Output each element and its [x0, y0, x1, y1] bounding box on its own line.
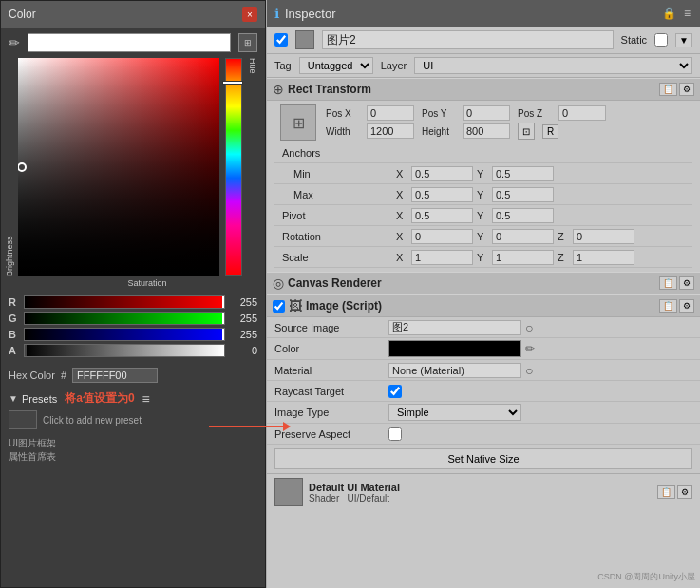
- width-input[interactable]: [367, 123, 414, 139]
- raycast-checkbox[interactable]: [388, 385, 402, 398]
- native-size-button[interactable]: Set Native Size: [274, 448, 692, 469]
- posz-input[interactable]: [558, 105, 606, 121]
- image-paste-btn[interactable]: 📋: [659, 299, 677, 313]
- anchor-min-y-input[interactable]: [492, 166, 554, 181]
- pos-row: ⊞ Pos X Pos Y Pos Z: [274, 104, 692, 141]
- image-script-header: 🖼 Image (Script) 📋 ⚙: [267, 294, 700, 317]
- anchor-icon[interactable]: ⊞: [280, 104, 316, 141]
- posy-input[interactable]: [463, 105, 510, 121]
- scale-x-input[interactable]: [411, 250, 473, 265]
- material-paste-btn[interactable]: 📋: [657, 485, 675, 499]
- rect-gear-btn[interactable]: ⚙: [679, 83, 694, 96]
- image-type-value: Simple: [388, 404, 692, 421]
- image-type-select[interactable]: Simple: [388, 404, 521, 421]
- presets-triangle-icon: ▼: [9, 393, 18, 404]
- material-input[interactable]: [388, 363, 521, 378]
- raycast-label: Raycast Target: [274, 386, 388, 397]
- source-image-input[interactable]: [388, 320, 521, 335]
- b-channel-row: B 255: [9, 328, 257, 341]
- scale-row: Scale X Y Z: [274, 247, 692, 268]
- material-label: Material: [274, 365, 388, 376]
- material-circle-btn[interactable]: ○: [525, 363, 533, 378]
- posz-label: Pos Z: [518, 108, 556, 119]
- color-panel-header: Color ×: [1, 1, 265, 28]
- inspector-title-row: ℹ Inspector: [274, 6, 335, 21]
- anchor-max-x-input[interactable]: [411, 187, 473, 202]
- scale-y-input[interactable]: [492, 250, 554, 265]
- layer-select[interactable]: UI: [414, 57, 692, 74]
- posx-group: Pos X: [326, 105, 414, 121]
- rotation-value: X Y Z: [396, 229, 685, 244]
- preserve-aspect-checkbox[interactable]: [388, 427, 402, 441]
- static-checkbox[interactable]: [654, 33, 668, 47]
- anchor-max-y-input[interactable]: [492, 187, 554, 202]
- image-gear-btn[interactable]: ⚙: [679, 299, 694, 313]
- posx-input[interactable]: [367, 105, 414, 121]
- pivot-y-input[interactable]: [492, 208, 554, 223]
- b-label: B: [9, 329, 20, 340]
- add-preset-text[interactable]: Click to add new preset: [43, 415, 142, 426]
- rotation-label: Rotation: [282, 231, 396, 242]
- hex-input[interactable]: [72, 368, 158, 383]
- anchor-min-row: Min X Y: [274, 163, 692, 184]
- eyedropper-icon[interactable]: ✏: [9, 35, 20, 50]
- material-actions: 📋 ⚙: [657, 485, 692, 499]
- static-dropdown[interactable]: ▼: [675, 33, 692, 47]
- height-label: Height: [422, 126, 460, 137]
- material-row: Material ○: [267, 360, 700, 381]
- r-slider[interactable]: [24, 295, 225, 309]
- height-group: Height: [422, 123, 510, 139]
- color-field[interactable]: [388, 340, 521, 357]
- rect-paste-btn[interactable]: 📋: [659, 83, 677, 96]
- close-button[interactable]: ×: [242, 7, 257, 22]
- object-name-input[interactable]: [322, 30, 614, 49]
- material-detail-row: Default UI Material Shader UI/Default 📋 …: [274, 478, 692, 506]
- image-active-checkbox[interactable]: [273, 300, 285, 313]
- hue-strip[interactable]: [225, 58, 242, 276]
- preserve-aspect-label: Preserve Aspect: [274, 428, 388, 440]
- rect-transform-header: ⊕ Rect Transform 📋 ⚙: [267, 78, 700, 101]
- source-image-label: Source Image: [274, 322, 388, 333]
- rgba-section: R 255 G 255 B 255 A 0: [1, 292, 265, 364]
- lock-icon[interactable]: 🔒: [660, 5, 678, 22]
- rotation-x-input[interactable]: [411, 229, 473, 244]
- saturation-area[interactable]: [18, 58, 219, 276]
- presets-menu-icon[interactable]: ≡: [142, 391, 150, 407]
- scale-z-label: Z: [558, 252, 569, 263]
- object-active-checkbox[interactable]: [274, 33, 288, 47]
- b-slider[interactable]: [24, 328, 225, 341]
- menu-icon[interactable]: ≡: [682, 5, 692, 22]
- scale-x-label: X: [396, 252, 407, 263]
- canvas-gear-btn[interactable]: ⚙: [679, 276, 694, 290]
- hex-row: Hex Color #: [1, 364, 265, 387]
- tag-select[interactable]: Untagged: [299, 57, 373, 74]
- fit-btn[interactable]: ⊡: [518, 123, 535, 140]
- pivot-x-label: X: [396, 210, 407, 221]
- scale-z-input[interactable]: [573, 250, 634, 265]
- material-thumbnail: [274, 478, 303, 506]
- anchors-row: Anchors: [274, 142, 692, 163]
- hex-icon[interactable]: ⊞: [238, 33, 257, 52]
- g-channel-row: G 255: [9, 312, 257, 325]
- image-script-title: Image (Script): [306, 299, 382, 313]
- scale-label: Scale: [282, 252, 396, 263]
- canvas-paste-btn[interactable]: 📋: [659, 276, 677, 290]
- info-icon: ℹ: [274, 6, 279, 21]
- rotation-y-input[interactable]: [492, 229, 554, 244]
- rotation-z-input[interactable]: [573, 229, 634, 244]
- anchor-min-x-input[interactable]: [411, 166, 473, 181]
- rect-transform-actions: 📋 ⚙: [659, 83, 694, 96]
- source-image-value: ○: [388, 320, 692, 335]
- r-btn[interactable]: R: [542, 124, 558, 139]
- color-panel-title: Color: [9, 8, 36, 21]
- color-pencil-btn[interactable]: ✏: [525, 342, 535, 355]
- g-value: 255: [229, 313, 257, 324]
- rect-transform-icon: ⊕: [273, 82, 284, 97]
- height-input[interactable]: [463, 123, 510, 139]
- pivot-x-input[interactable]: [411, 208, 473, 223]
- a-slider[interactable]: [24, 344, 225, 357]
- material-gear-btn[interactable]: ⚙: [677, 485, 692, 499]
- g-slider[interactable]: [24, 312, 225, 325]
- hex-label: Hex Color: [9, 370, 55, 381]
- source-image-circle-btn[interactable]: ○: [525, 320, 533, 335]
